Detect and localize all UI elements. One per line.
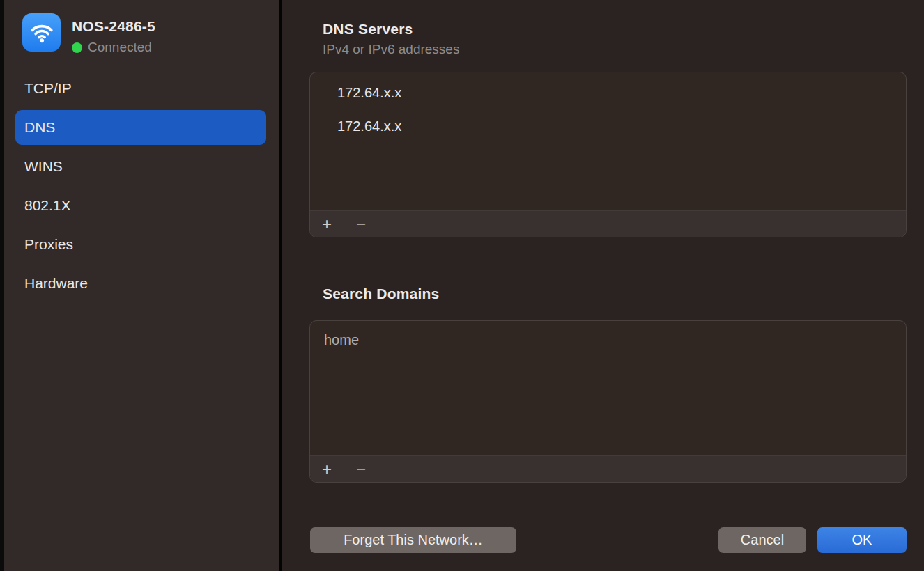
add-dns-server-button[interactable]: + [313,211,341,237]
cancel-button[interactable]: Cancel [718,527,806,553]
sidebar-nav: TCP/IP DNS WINS 802.1X Proxies Hardware [15,71,266,301]
forget-network-button[interactable]: Forget This Network… [310,527,516,553]
remove-dns-server-button[interactable]: − [347,211,375,237]
search-domain-value: home [324,332,359,348]
dns-server-row[interactable]: 172.64.x.x [310,79,906,106]
minus-icon: − [356,461,366,478]
dns-servers-toolbar: + − [310,210,906,237]
remove-search-domain-button[interactable]: − [347,456,375,483]
search-domains-toolbar: + − [310,455,906,482]
row-separator [325,109,894,109]
sidebar-item-hardware[interactable]: Hardware [15,266,266,301]
network-name: NOS-2486-5 [72,18,155,35]
dns-settings-pane: DNS Servers IPv4 or IPv6 addresses 172.6… [282,0,924,571]
sidebar-item-label: 802.1X [24,197,71,214]
sidebar-item-label: Hardware [24,275,88,292]
dns-servers-title: DNS Servers [323,21,413,38]
add-search-domain-button[interactable]: + [313,456,341,483]
footer-divider [282,496,924,496]
sidebar-item-dns[interactable]: DNS [15,110,266,145]
toolbar-separator [344,215,344,233]
dns-server-value: 172.64.x.x [337,118,401,134]
dns-servers-subtitle: IPv4 or IPv6 addresses [323,42,459,57]
minus-icon: − [356,216,366,233]
sidebar-item-label: Proxies [24,236,73,253]
sidebar-item-proxies[interactable]: Proxies [15,227,266,262]
connected-dot-icon [72,42,82,53]
sidebar-item-wins[interactable]: WINS [15,149,266,184]
network-header: NOS-2486-5 Connected [4,0,279,67]
sidebar: NOS-2486-5 Connected TCP/IP DNS WINS 802… [4,0,279,571]
plus-icon: + [322,461,332,478]
dns-server-value: 172.64.x.x [337,85,401,101]
network-status: Connected [72,40,152,55]
sidebar-item-label: DNS [24,119,55,136]
toolbar-separator [344,460,344,478]
sidebar-item-label: WINS [24,158,63,175]
search-domain-row[interactable]: home [310,327,906,353]
dns-servers-list: 172.64.x.x 172.64.x.x + − [309,72,907,237]
sidebar-item-8021x[interactable]: 802.1X [15,188,266,223]
search-domains-title: Search Domains [323,286,439,302]
sidebar-item-tcpip[interactable]: TCP/IP [15,71,266,106]
sidebar-item-label: TCP/IP [24,80,72,97]
wifi-icon [22,13,61,52]
search-domains-list: home + − [309,320,907,483]
network-status-label: Connected [88,40,152,55]
network-details-dialog: NOS-2486-5 Connected TCP/IP DNS WINS 802… [0,0,924,571]
plus-icon: + [322,216,332,233]
ok-button[interactable]: OK [817,527,907,553]
dns-server-row[interactable]: 172.64.x.x [310,113,906,139]
